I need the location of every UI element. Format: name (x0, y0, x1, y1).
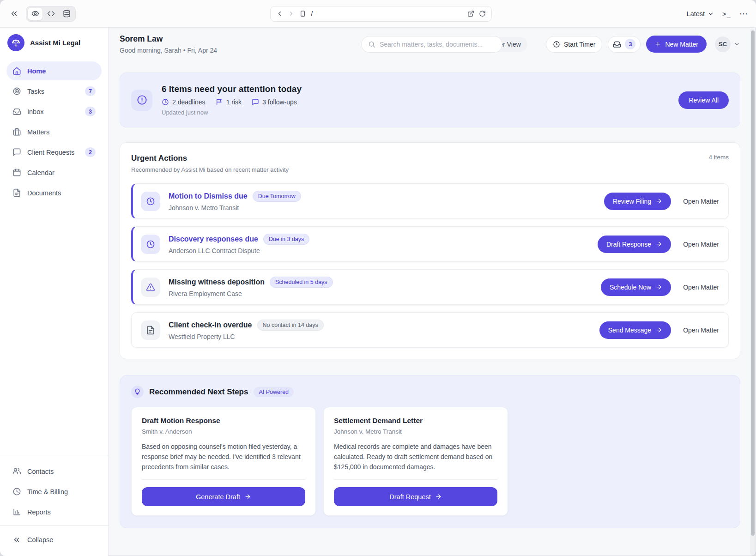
search-input[interactable] (380, 41, 496, 48)
review-all-button[interactable]: Review All (678, 91, 729, 109)
action-card-missing-deposition: Missing witness deposition Scheduled in … (131, 269, 729, 305)
url-path[interactable]: / (311, 10, 463, 18)
target-icon (12, 87, 21, 96)
card-divider (142, 479, 305, 480)
arrow-right-icon (244, 493, 251, 500)
sidebar: Assist Mi Legal Home Tasks 7 Inbox 3 (0, 28, 109, 556)
schedule-badge: Scheduled in 5 days (270, 277, 333, 288)
flag-icon (216, 98, 223, 106)
open-matter-link[interactable]: Open Matter (683, 284, 719, 291)
followups-meta: 3 follow-ups (252, 98, 297, 106)
sidebar-item-reports[interactable]: Reports (6, 502, 102, 521)
chat-bubble-icon (252, 98, 259, 106)
sidebar-item-home[interactable]: Home (6, 61, 102, 80)
next-step-card-motion-response: Draft Motion Response Smith v. Anderson … (131, 407, 316, 516)
forward-icon[interactable] (288, 10, 295, 17)
view-mode-switcher (26, 6, 76, 22)
sidebar-item-tasks[interactable]: Tasks 7 (6, 82, 102, 101)
chevron-down-icon (733, 41, 740, 48)
collapse-label: Collapse (27, 536, 53, 544)
warning-triangle-icon (141, 278, 160, 297)
matter-name: Johnson v. Metro Transit (169, 204, 301, 212)
more-options-icon[interactable]: ⋯ (739, 9, 749, 19)
card-title: Draft Motion Response (142, 417, 305, 425)
collapse-panel-icon[interactable] (7, 7, 20, 20)
card-matter: Johnson v. Metro Transit (334, 428, 497, 435)
sidebar-item-inbox[interactable]: Inbox 3 (6, 102, 102, 121)
sidebar-item-label: Documents (27, 189, 61, 197)
scrollbar-thumb[interactable] (751, 30, 755, 536)
document-icon (141, 320, 160, 340)
app-window: / Latest >_ ⋯ Assist Mi Legal (0, 0, 756, 556)
inbox-tray-icon (613, 40, 621, 48)
draft-response-button[interactable]: Draft Response (598, 236, 671, 253)
timer-clock-icon (553, 41, 560, 48)
inbox-icon (12, 107, 21, 116)
matter-name: Westfield Property LLC (169, 333, 324, 340)
sidebar-item-label: Reports (27, 508, 51, 516)
plus-icon (654, 41, 661, 48)
card-body: Based on opposing counsel's motion filed… (142, 441, 305, 472)
url-bar[interactable]: / (270, 6, 492, 22)
action-title: Client check-in overdue (169, 321, 252, 329)
arrow-right-icon (435, 493, 442, 500)
preview-eye-icon[interactable] (28, 8, 42, 20)
generate-draft-button[interactable]: Generate Draft (142, 487, 305, 506)
device-icon[interactable] (299, 10, 306, 17)
sidebar-item-time-billing[interactable]: Time & Billing (6, 482, 102, 501)
sidebar-item-label: Calendar (27, 169, 54, 176)
card-body: Medical records are complete and damages… (334, 441, 497, 472)
refresh-icon[interactable] (479, 10, 486, 17)
open-matter-link[interactable]: Open Matter (683, 241, 719, 248)
sidebar-item-label: Tasks (27, 88, 44, 95)
scrollbar[interactable] (750, 29, 755, 555)
briefcase-icon (12, 127, 21, 136)
action-title: Discovery responses due (169, 235, 258, 243)
start-timer-button[interactable]: Start Timer (546, 36, 602, 53)
sidebar-item-client-requests[interactable]: Client Requests 2 (6, 143, 102, 162)
version-dropdown[interactable]: Latest (687, 10, 714, 18)
action-card-discovery-responses: Discovery responses due Due in 3 days An… (131, 226, 729, 262)
open-matter-link[interactable]: Open Matter (683, 326, 719, 334)
sidebar-item-calendar[interactable]: Calendar (6, 163, 102, 182)
sidebar-item-label: Contacts (27, 468, 54, 475)
review-filing-button[interactable]: Review Filing (604, 193, 671, 210)
main-content: Sorem Law Good morning, Sarah • Fri, Apr… (109, 28, 756, 556)
search-field (361, 36, 502, 53)
browser-chrome: / Latest >_ ⋯ (0, 0, 756, 28)
code-icon[interactable] (43, 8, 58, 20)
arrow-right-icon (655, 198, 662, 205)
lightbulb-icon (131, 386, 144, 398)
back-icon[interactable] (276, 10, 283, 17)
updated-timestamp: Updated just now (162, 109, 302, 116)
open-external-icon[interactable] (467, 10, 474, 17)
card-divider (334, 479, 497, 480)
terminal-icon[interactable]: >_ (722, 10, 731, 18)
sidebar-item-matters[interactable]: Matters (6, 122, 102, 141)
notifications-inbox-button[interactable]: 3 (608, 36, 641, 53)
arrow-right-icon (655, 326, 662, 333)
scales-logo-icon (7, 34, 24, 51)
attention-title: 6 items need your attention today (162, 84, 302, 94)
sidebar-item-label: Matters (27, 128, 49, 136)
home-icon (12, 66, 21, 75)
user-menu[interactable]: SC (715, 36, 740, 52)
schedule-now-button[interactable]: Schedule Now (601, 278, 671, 296)
sidebar-item-label: Home (27, 67, 46, 75)
card-matter: Smith v. Anderson (142, 428, 305, 435)
draft-request-button[interactable]: Draft Request (334, 487, 497, 506)
clock-icon (162, 98, 169, 106)
open-matter-link[interactable]: Open Matter (683, 198, 719, 205)
sidebar-divider (0, 455, 108, 455)
contacts-icon (12, 467, 21, 476)
sidebar-item-documents[interactable]: Documents (6, 183, 102, 202)
send-message-button[interactable]: Send Message (599, 321, 671, 339)
urgent-actions-subtitle: Recommended by Assist Mi based on recent… (131, 166, 729, 173)
database-icon[interactable] (59, 8, 74, 20)
sidebar-collapse-button[interactable]: Collapse (6, 531, 102, 549)
deadline-clock-icon (141, 235, 160, 254)
sidebar-item-contacts[interactable]: Contacts (6, 462, 102, 481)
sidebar-item-label: Client Requests (27, 149, 74, 156)
ai-powered-badge: AI Powered (254, 387, 294, 397)
new-matter-button[interactable]: New Matter (646, 36, 707, 53)
